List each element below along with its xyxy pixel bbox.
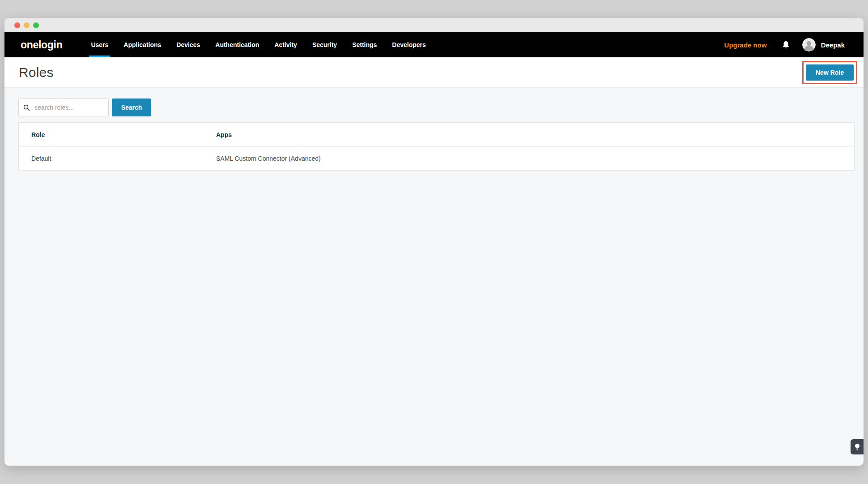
- nav-item-applications[interactable]: Applications: [116, 32, 169, 57]
- nav-item-devices[interactable]: Devices: [169, 32, 208, 57]
- nav-item-security[interactable]: Security: [305, 32, 345, 57]
- browser-window: onelogin Users Applications Devices Auth…: [4, 18, 864, 466]
- apps-cell: SAML Custom Connector (Advanced): [204, 147, 854, 170]
- role-cell: Default: [19, 147, 204, 170]
- help-lightbulb-tab[interactable]: [851, 439, 864, 454]
- upgrade-now-link[interactable]: Upgrade now: [724, 41, 767, 49]
- desktop-background: onelogin Users Applications Devices Auth…: [0, 0, 868, 484]
- nav-item-settings[interactable]: Settings: [345, 32, 384, 57]
- search-button[interactable]: Search: [112, 99, 151, 116]
- window-minimize-button[interactable]: [24, 22, 30, 28]
- nav-item-authentication[interactable]: Authentication: [208, 32, 267, 57]
- new-role-highlight-box: New Role: [802, 61, 857, 84]
- user-avatar[interactable]: [802, 38, 816, 51]
- nav-item-users[interactable]: Users: [83, 32, 116, 57]
- content-area: Search Role Apps Default SAML Custom Con…: [4, 88, 864, 466]
- user-name[interactable]: Deepak: [821, 41, 845, 49]
- column-header-apps: Apps: [204, 123, 854, 146]
- search-row: Search: [18, 99, 855, 116]
- nav-menu: Users Applications Devices Authenticatio…: [83, 32, 433, 57]
- column-header-role: Role: [19, 123, 204, 146]
- table-header-row: Role Apps: [19, 123, 854, 147]
- table-row[interactable]: Default SAML Custom Connector (Advanced): [19, 147, 854, 170]
- new-role-button[interactable]: New Role: [806, 64, 854, 81]
- nav-right-section: Upgrade now Deepak: [724, 38, 845, 51]
- top-navigation: onelogin Users Applications Devices Auth…: [4, 32, 864, 57]
- window-maximize-button[interactable]: [33, 22, 39, 28]
- window-close-button[interactable]: [14, 22, 20, 28]
- page-title: Roles: [19, 65, 54, 80]
- notifications-bell-icon[interactable]: [782, 41, 790, 49]
- nav-item-activity[interactable]: Activity: [267, 32, 305, 57]
- search-input-wrapper: [18, 99, 109, 116]
- search-input[interactable]: [34, 103, 104, 111]
- search-icon: [23, 104, 30, 111]
- roles-table: Role Apps Default SAML Custom Connector …: [18, 122, 855, 171]
- onelogin-logo[interactable]: onelogin: [21, 39, 62, 51]
- lightbulb-icon: [855, 444, 860, 450]
- window-titlebar: [4, 18, 864, 32]
- nav-item-developers[interactable]: Developers: [384, 32, 433, 57]
- page-header: Roles New Role: [4, 57, 864, 88]
